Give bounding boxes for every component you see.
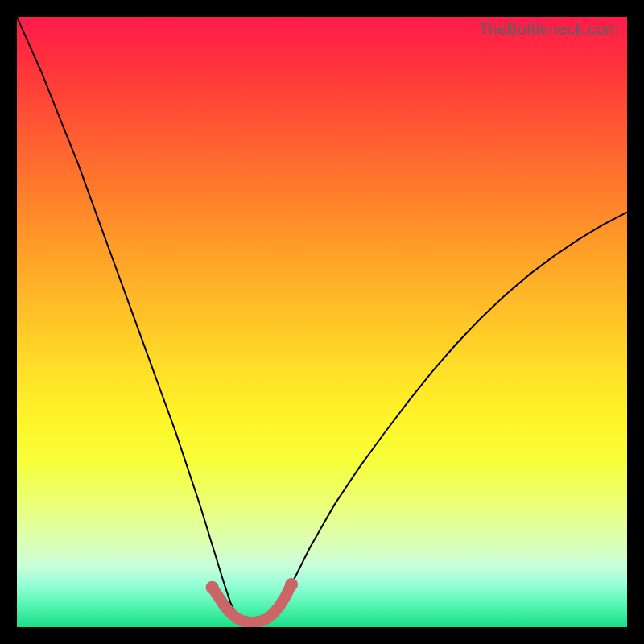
chart-frame: TheBottleneck.com (0, 0, 644, 644)
curve-path (17, 17, 627, 624)
bottleneck-curve (17, 17, 627, 627)
marker-path (213, 584, 292, 622)
marker-dot (285, 578, 298, 591)
marker-dot (206, 581, 219, 594)
chart-plot-area: TheBottleneck.com (17, 17, 627, 627)
watermark-text: TheBottleneck.com (478, 20, 619, 39)
